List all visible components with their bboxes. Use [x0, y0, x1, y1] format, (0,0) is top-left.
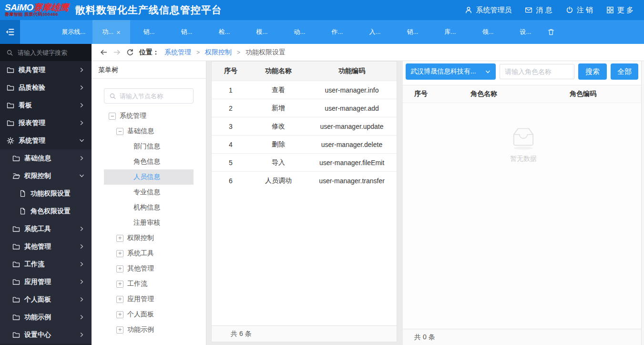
file-icon: [19, 208, 26, 215]
sidebar-item-report-management[interactable]: 报表管理: [0, 114, 92, 132]
tab-10[interactable]: 销...: [394, 20, 431, 44]
breadcrumb-link-system-management[interactable]: 系统管理: [164, 48, 191, 57]
tree-node-specialty-info[interactable]: 专业信息: [104, 185, 194, 200]
sidebar-item-app-management[interactable]: 应用管理: [0, 273, 92, 291]
logout-button[interactable]: 注 销: [566, 6, 593, 15]
role-panel: 武汉博晟信息科技有... 搜索 全部 序号 角色名称 角色编码 暂无: [403, 61, 644, 345]
tree-node-role-info[interactable]: 角色信息: [104, 154, 194, 169]
system-management-submenu: 基础信息 权限控制 功能权限设置 角色权限设置 系统工具: [0, 149, 92, 344]
tab-3[interactable]: 销...: [130, 20, 168, 44]
sidebar-item-role-permission-settings[interactable]: 角色权限设置: [0, 202, 92, 220]
grid-icon: [606, 6, 614, 14]
tab-4[interactable]: 销...: [168, 20, 205, 44]
tree-node-system-management[interactable]: − 系统管理: [104, 108, 194, 124]
mail-icon: [525, 6, 532, 14]
close-icon[interactable]: ×: [116, 29, 121, 36]
tree-node-app-management[interactable]: + 应用管理: [104, 292, 194, 307]
tree-node-basic-info[interactable]: − 基础信息: [104, 124, 194, 139]
expand-node-icon[interactable]: +: [116, 296, 123, 303]
tab-9[interactable]: 入...: [356, 20, 394, 44]
sidebar-item-personal-panel[interactable]: 个人面板: [0, 291, 92, 308]
user-menu[interactable]: 系统管理员: [465, 6, 511, 15]
refresh-icon[interactable]: [126, 49, 134, 56]
expand-node-icon[interactable]: +: [116, 265, 123, 272]
sidebar-item-function-permission-settings[interactable]: 功能权限设置: [0, 185, 92, 202]
sidebar-search[interactable]: [0, 44, 92, 61]
more-button[interactable]: 更 多: [606, 6, 634, 15]
tab-5[interactable]: 检...: [205, 20, 243, 44]
page-title: 散料数智化生产线信息管控平台: [75, 3, 222, 17]
collapse-node-icon[interactable]: −: [109, 113, 116, 120]
tree-node-department-info[interactable]: 部门信息: [104, 139, 194, 154]
table-row[interactable]: 2 新增 user-manager.add: [212, 99, 397, 117]
expand-node-icon[interactable]: +: [116, 250, 123, 257]
close-all-tabs-button[interactable]: [544, 20, 558, 44]
company-select[interactable]: 武汉博晟信息科技有...: [406, 63, 496, 80]
tree-node-system-tools[interactable]: + 系统工具: [104, 246, 194, 261]
tree-node-workflow[interactable]: + 工作流: [104, 276, 194, 292]
tree-search[interactable]: [104, 88, 194, 104]
chevron-down-icon: [485, 69, 491, 75]
empty-inbox-icon: [510, 126, 537, 150]
folder-icon: [12, 296, 20, 303]
sidebar-item-function-examples[interactable]: 功能示例: [0, 308, 92, 326]
table-row[interactable]: 4 删除 user-manager.delete: [212, 135, 397, 153]
table-row[interactable]: 5 导入 user-manager.fileEmit: [212, 153, 397, 171]
tab-11[interactable]: 库...: [431, 20, 469, 44]
table-row[interactable]: 3 修改 user-manager.update: [212, 117, 397, 135]
sidebar-item-workflow[interactable]: 工作流: [0, 255, 92, 273]
sidebar-collapse-button[interactable]: [0, 20, 20, 44]
sidebar-item-quality-inspection[interactable]: 品质检验: [0, 79, 92, 96]
sidebar-item-kanban[interactable]: 看板: [0, 96, 92, 114]
sidebar-item-other-management[interactable]: 其他管理: [0, 238, 92, 255]
table-row[interactable]: 6 人员调动 user-manager.transfer: [212, 171, 397, 189]
table-row[interactable]: 1 查看 user-manager.info: [212, 81, 397, 99]
tree-node-personal-panel[interactable]: + 个人面板: [104, 307, 194, 322]
tree-search-input[interactable]: [120, 93, 188, 100]
expand-node-icon[interactable]: +: [116, 235, 123, 242]
tree-node-personnel-info-selected[interactable]: 人员信息: [104, 169, 194, 185]
tab-2-active[interactable]: 功... ×: [92, 20, 130, 44]
tab-12[interactable]: 领...: [469, 20, 507, 44]
sidebar-item-system-management[interactable]: 系统管理: [0, 132, 92, 149]
search-button[interactable]: 搜索: [578, 63, 607, 80]
tab-1[interactable]: 展示线...: [55, 20, 92, 44]
tree-node-other-management[interactable]: + 其他管理: [104, 261, 194, 276]
back-icon[interactable]: [100, 48, 108, 56]
tree-node-registration-review[interactable]: 注册审核: [104, 215, 194, 230]
tree-node-permission-control[interactable]: + 权限控制: [104, 230, 194, 246]
role-name-field[interactable]: [500, 64, 574, 79]
sidebar-item-mold-management[interactable]: 模具管理: [0, 61, 92, 79]
folder-icon: [12, 331, 20, 339]
power-icon: [566, 6, 573, 14]
tab-13[interactable]: 设...: [507, 20, 544, 44]
sidebar: 模具管理 品质检验 看板 报表管理 系统管理 基础信息: [0, 44, 92, 345]
chevron-right-icon: [79, 102, 85, 108]
more-label: 更 多: [617, 6, 634, 15]
chevron-right-icon: [79, 314, 85, 320]
tab-7[interactable]: 动...: [281, 20, 318, 44]
all-button[interactable]: 全部: [611, 63, 638, 80]
role-name-input[interactable]: [505, 68, 569, 75]
forward-icon[interactable]: [113, 48, 121, 56]
sidebar-item-system-tools[interactable]: 系统工具: [0, 220, 92, 238]
tab-6[interactable]: 模...: [243, 20, 281, 44]
expand-node-icon[interactable]: +: [116, 281, 123, 288]
sidebar-item-permission-control[interactable]: 权限控制: [0, 167, 92, 185]
messages-button[interactable]: 消 息: [525, 6, 552, 15]
sidebar-item-settings-center[interactable]: 设置中心: [0, 326, 92, 344]
breadcrumb: 位置： 系统管理 > 权限控制 > 功能权限设置: [92, 44, 644, 61]
sidebar-search-input[interactable]: [18, 49, 85, 56]
breadcrumb-link-permission-control[interactable]: 权限控制: [205, 48, 232, 57]
tree-node-function-examples[interactable]: + 功能示例: [104, 322, 194, 337]
function-table-count: 共 6 条: [212, 325, 397, 342]
folder-icon: [12, 225, 20, 233]
sidebar-item-basic-info[interactable]: 基础信息: [0, 149, 92, 167]
tree-node-organization-info[interactable]: 机构信息: [104, 200, 194, 215]
expand-node-icon[interactable]: +: [116, 311, 123, 318]
expand-node-icon[interactable]: +: [116, 326, 123, 334]
trash-icon: [547, 28, 555, 36]
collapse-node-icon[interactable]: −: [116, 128, 123, 135]
scrollbar[interactable]: [641, 61, 644, 345]
tab-8[interactable]: 作...: [318, 20, 356, 44]
